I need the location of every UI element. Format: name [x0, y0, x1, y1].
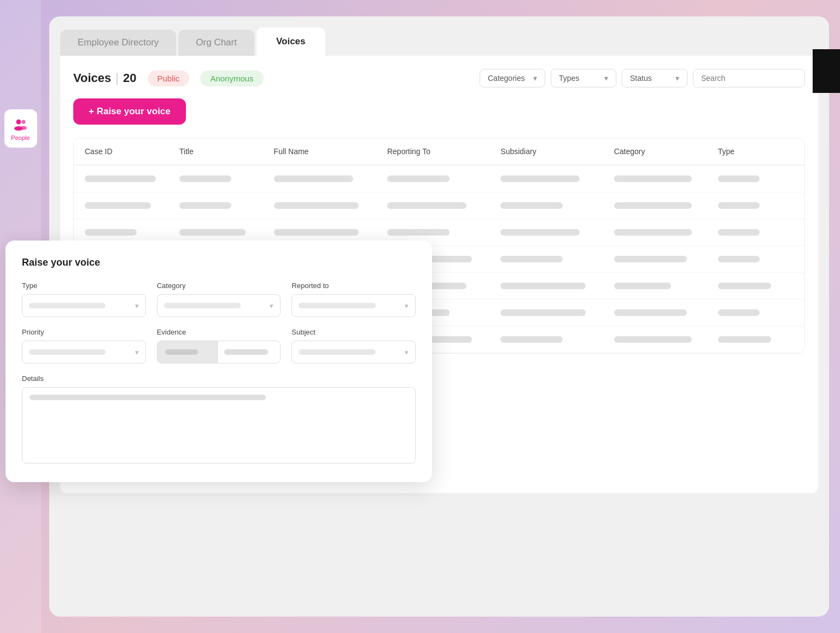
skeleton	[179, 229, 246, 236]
subject-label: Subject	[291, 328, 416, 336]
table-row	[74, 192, 804, 219]
skeleton	[30, 395, 266, 400]
skeleton	[299, 349, 375, 355]
skeleton	[387, 175, 450, 182]
col-reporting-to: Reporting To	[387, 147, 500, 156]
skeleton	[614, 309, 687, 316]
badge-anonymous[interactable]: Anonymous	[200, 71, 263, 86]
details-label: Details	[22, 374, 416, 383]
black-bar	[813, 49, 840, 93]
skeleton	[274, 175, 353, 182]
filter-categories[interactable]: Categories ▾	[480, 69, 545, 87]
chevron-down-icon: ▾	[135, 348, 139, 356]
skeleton	[500, 336, 563, 343]
skeleton	[387, 229, 450, 236]
voices-count: 20	[123, 71, 136, 85]
skeleton	[387, 202, 466, 209]
skeleton	[274, 202, 359, 209]
chevron-down-icon: ▾	[604, 74, 608, 83]
skeleton	[85, 229, 137, 236]
skeleton	[614, 175, 692, 182]
table-header: Case ID Title Full Name Reporting To Sub…	[74, 138, 804, 166]
type-label: Type	[22, 282, 146, 290]
search-input[interactable]	[693, 69, 805, 87]
table-row	[74, 166, 804, 192]
filter-types[interactable]: Types ▾	[551, 69, 616, 87]
priority-label: Priority	[22, 328, 146, 336]
evidence-upload-btn[interactable]	[158, 341, 218, 363]
evidence-group: Evidence	[157, 328, 281, 364]
skeleton	[85, 175, 156, 182]
voices-divider: |	[115, 71, 119, 85]
tab-voices[interactable]: Voices	[256, 27, 325, 56]
reported-to-select[interactable]: ▾	[291, 294, 416, 317]
col-type: Type	[718, 147, 794, 156]
badge-public[interactable]: Public	[148, 71, 190, 86]
details-group: Details	[22, 374, 416, 466]
skeleton	[29, 303, 106, 308]
skeleton	[718, 283, 771, 289]
skeleton	[274, 229, 359, 236]
form-row-2: Priority ▾ Evidence Subject ▾	[22, 328, 416, 364]
tab-org-chart[interactable]: Org Chart	[178, 30, 254, 56]
filter-status[interactable]: Status ▾	[622, 69, 687, 87]
raise-voice-button[interactable]: + Raise your voice	[73, 98, 186, 125]
skeleton	[85, 202, 151, 209]
svg-point-0	[16, 120, 21, 125]
evidence-label: Evidence	[157, 328, 281, 336]
skeleton	[500, 229, 580, 236]
skeleton	[500, 283, 586, 289]
col-case-id: Case ID	[85, 147, 179, 156]
skeleton	[299, 303, 375, 308]
col-subsidiary: Subsidiary	[500, 147, 614, 156]
skeleton	[614, 336, 692, 343]
voices-header: Voices | 20 Public Anonymous Categories …	[73, 69, 805, 87]
chevron-down-icon: ▾	[270, 302, 273, 310]
modal-title: Raise your voice	[22, 257, 416, 268]
svg-point-3	[20, 126, 27, 130]
skeleton	[29, 349, 106, 355]
category-group: Category ▾	[157, 282, 281, 317]
sidebar-item-people[interactable]: People	[4, 109, 37, 148]
chevron-down-icon: ▾	[135, 302, 139, 310]
subject-group: Subject ▾	[291, 328, 416, 364]
chevron-down-icon: ▾	[533, 74, 537, 83]
skeleton	[614, 202, 692, 209]
subject-select[interactable]: ▾	[291, 341, 416, 364]
skeleton	[500, 175, 580, 182]
priority-select[interactable]: ▾	[22, 341, 146, 364]
details-container	[22, 387, 416, 466]
reported-to-group: Reported to ▾	[291, 282, 416, 317]
skeleton	[224, 349, 268, 355]
skeleton	[500, 309, 586, 316]
skeleton	[179, 202, 231, 209]
skeleton	[179, 175, 231, 182]
chevron-down-icon: ▾	[405, 302, 409, 310]
filter-group: Categories ▾ Types ▾ Status ▾	[480, 69, 805, 87]
skeleton	[165, 349, 198, 355]
reported-to-label: Reported to	[291, 282, 416, 290]
skeleton	[614, 283, 672, 289]
tab-employee-directory[interactable]: Employee Directory	[60, 30, 176, 56]
skeleton	[614, 229, 692, 236]
form-row-1: Type ▾ Category ▾ Reported to ▾	[22, 282, 416, 317]
skeleton	[164, 303, 241, 308]
priority-group: Priority ▾	[22, 328, 146, 364]
skeleton	[614, 256, 687, 262]
people-icon	[13, 116, 29, 132]
evidence-filename	[218, 349, 281, 355]
skeleton	[718, 336, 771, 343]
skeleton	[500, 202, 563, 209]
type-select[interactable]: ▾	[22, 294, 146, 317]
tabs-container: Employee Directory Org Chart Voices	[49, 16, 829, 56]
category-label: Category	[157, 282, 281, 290]
voices-label: Voices	[73, 71, 111, 85]
svg-point-1	[21, 120, 25, 124]
skeleton	[718, 229, 760, 236]
skeleton	[500, 256, 563, 262]
skeleton	[718, 309, 760, 316]
chevron-down-icon: ▾	[675, 74, 679, 83]
evidence-field[interactable]	[157, 341, 281, 364]
raise-voice-modal: Raise your voice Type ▾ Category ▾ Repor…	[5, 241, 432, 482]
category-select[interactable]: ▾	[157, 294, 281, 317]
